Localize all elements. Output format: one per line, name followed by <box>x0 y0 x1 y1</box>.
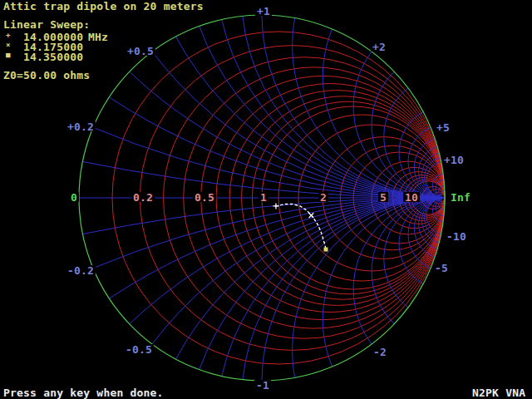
axis-label: +0.2 <box>67 121 94 133</box>
sweep-entry-2: × 14.175000 <box>0 41 532 51</box>
axis-label: -0.5 <box>126 343 152 356</box>
sweep-entry-1: + 14.000000 MHz <box>0 31 532 41</box>
axis-label: -1 <box>256 379 269 392</box>
axis-label: +5 <box>436 121 450 134</box>
axis-label: 10 <box>405 191 418 204</box>
square-marker-icon: ■ <box>6 51 10 59</box>
axis-label: 0.5 <box>195 191 214 204</box>
trace-plus-marker-icon <box>273 203 278 209</box>
axis-label: 2 <box>320 191 327 204</box>
sweep-frequency-3: 14.350000 <box>23 51 83 63</box>
sweep-label: Linear Sweep: <box>3 20 90 30</box>
axis-label: 5 <box>380 191 387 204</box>
axis-label: -0.2 <box>67 264 94 277</box>
axis-label: Inf <box>451 191 470 204</box>
axis-label: 1 <box>260 191 267 204</box>
vna-screen: 00.20.512510Inf+1+2+5+10+0.5+0.2-0.2-0.5… <box>0 0 532 399</box>
cross-marker-icon: × <box>6 41 10 49</box>
axis-label: -5 <box>435 262 448 274</box>
sweep-entry-3: ■ 14.350000 <box>0 51 532 61</box>
footer-prompt: Press any key when done. <box>3 388 164 398</box>
axis-label: +1 <box>257 5 270 17</box>
axis-label: +10 <box>444 154 464 166</box>
axis-label: -10 <box>446 230 466 243</box>
axis-label: 0.2 <box>133 191 153 204</box>
trace-cross-marker-icon <box>309 213 314 218</box>
plus-marker-icon: + <box>6 31 10 39</box>
axis-label: 0 <box>71 191 77 204</box>
z0-label: Z0=50.00 ohms <box>3 71 90 81</box>
footer-brand: N2PK VNA <box>472 388 525 398</box>
page-title: Attic trap dipole on 20 meters <box>3 2 204 12</box>
axis-label: -2 <box>373 346 387 358</box>
trace-square-marker-icon <box>324 248 328 252</box>
